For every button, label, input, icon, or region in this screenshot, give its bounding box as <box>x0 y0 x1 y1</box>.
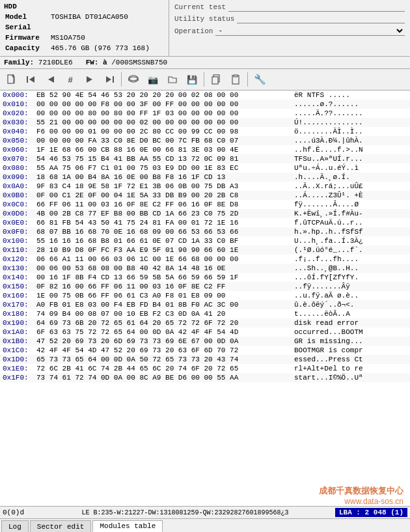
tools-button[interactable]: 🔧 <box>251 71 269 88</box>
hash-button[interactable]: # <box>61 71 79 88</box>
tab-sector-edit[interactable]: Sector edit <box>30 520 92 532</box>
hex-row: 0x050:00 00 00 00 FA 33 C0 8E D0 BC 00 7… <box>0 136 410 145</box>
hex-row: 0x1E0:72 6C 2B 41 6C 74 2B 44 65 6C 20 7… <box>0 364 410 373</box>
hex-ascii: ....ú3À.Ð¼.|ûhÀ. <box>290 136 407 145</box>
hex-bytes: 0F 00 C1 2E 0F 00 04 1E 5A 33 DB B9 00 2… <box>36 191 290 200</box>
last-sector-icon <box>104 74 115 85</box>
hex-row: 0x140:00 16 1F 8B F4 CD 13 66 59 5B 5A 6… <box>0 273 410 282</box>
hex-addr: 0x020: <box>3 109 36 118</box>
hex-bytes: A0 FB 01 E8 03 00 F4 EB FD B4 01 8B F0 A… <box>36 300 290 309</box>
new-button[interactable] <box>3 71 21 88</box>
save-button[interactable]: 💾 <box>183 71 201 88</box>
open-button[interactable] <box>163 71 182 88</box>
hex-addr: 0x170: <box>3 300 36 309</box>
hex-row: 0x170:A0 FB 01 E8 03 00 F4 EB FD B4 01 8… <box>0 300 410 309</box>
hex-addr: 0x010: <box>3 100 36 109</box>
hex-row: 0x010:00 00 00 00 00 F8 00 00 3F 00 FF 0… <box>0 100 410 109</box>
svg-marker-8 <box>106 76 111 83</box>
paste-button[interactable] <box>226 71 245 88</box>
hex-row: 0x180:74 09 B4 00 08 07 00 10 EB F2 C3 0… <box>0 309 410 318</box>
svg-rect-16 <box>234 75 238 77</box>
hex-ascii: .h....Ä.¸ø.Í. <box>290 173 407 182</box>
hex-row: 0x1A0:6F 63 63 75 72 72 65 64 00 0D 0A 4… <box>0 328 410 337</box>
hex-addr: 0x1D0: <box>3 355 36 364</box>
hex-bytes: 55 AA 75 06 F7 C1 01 00 75 03 E9 DD 00 1… <box>36 163 290 173</box>
camera-button[interactable]: 📷 <box>144 71 162 88</box>
hex-ascii: Ú!.............. <box>290 118 407 127</box>
hex-bytes: EB 52 90 4E 54 46 53 20 20 20 20 00 02 0… <box>36 91 290 100</box>
hex-row: 0x130:00 06 00 53 68 08 00 B8 40 42 8A 1… <box>0 264 410 273</box>
hex-ascii: ..Á.....Z3Û¹. +È <box>290 191 407 200</box>
hex-addr: 0x160: <box>3 291 36 300</box>
disk-button[interactable] <box>124 71 143 88</box>
last-sector-button[interactable] <box>100 71 118 88</box>
copy-icon <box>211 74 221 85</box>
hex-row: 0x070:54 46 53 75 15 B4 41 BB AA 55 CD 1… <box>0 154 410 163</box>
hex-ascii: start...I©%Ö..Uª <box>290 373 407 382</box>
hex-ascii: essed...Press Ct <box>290 355 407 364</box>
hex-addr: 0x080: <box>3 163 36 173</box>
hex-bytes: 4B 00 2B C8 77 EF B8 00 BB CD 1A 66 23 C… <box>36 209 290 218</box>
right-status-panel: Current test Utility status Operation - <box>169 0 410 56</box>
hex-ascii: ..u.fÿ.aÃ ø.è.. <box>290 291 407 300</box>
firmware-value: MS1OA750 <box>49 33 165 43</box>
hex-bytes: 54 46 53 75 15 B4 41 BB AA 55 CD 13 72 0… <box>36 154 290 163</box>
hex-bytes: 74 09 B4 00 08 07 00 10 EB F2 C3 0D 0A 4… <box>36 309 290 318</box>
hex-row: 0x100:55 16 16 16 68 B8 01 66 61 0E 07 C… <box>0 236 410 245</box>
bottom-tabs: LogSector editModules table <box>0 518 410 532</box>
tab-log[interactable]: Log <box>1 520 29 532</box>
hex-addr: 0x130: <box>3 264 36 273</box>
hex-addr: 0x120: <box>3 255 36 264</box>
prev-sector-icon <box>46 74 56 85</box>
utility-status-row: Utility status <box>174 14 405 23</box>
hex-addr: 0x0A0: <box>3 182 36 191</box>
new-icon <box>7 74 17 85</box>
hex-ascii: ..Ä..X.rá;...uÛ£ <box>290 182 407 191</box>
toolbar: # 📷 💾 🔧 <box>0 69 410 91</box>
top-info-panel: HDD Model TOSHIBA DT01ACA050 Serial Firm… <box>0 0 410 57</box>
hex-ascii: h.».hp..h..fSfSf <box>290 227 407 236</box>
hex-row: 0x000:EB 52 90 4E 54 46 53 20 20 20 20 0… <box>0 91 410 100</box>
hex-ascii: GR is missing... <box>290 337 407 346</box>
hex-bytes: F6 00 00 00 01 00 00 00 2C 80 CC 00 99 C… <box>36 127 290 136</box>
hex-addr: 0x000: <box>3 91 36 100</box>
hex-addr: 0x1E0: <box>3 364 36 373</box>
hex-addr: 0x110: <box>3 245 36 255</box>
hex-row: 0x0A0:9F 83 C4 18 9E 58 1F 72 E1 3B 06 0… <box>0 182 410 191</box>
hex-bytes: 1E 00 75 0B 66 FF 06 61 C3 A0 F8 01 E8 0… <box>36 291 290 300</box>
hex-ascii: K.+Èwï¸.»Í.f#Àu- <box>290 209 407 218</box>
operation-select[interactable]: - <box>215 26 405 35</box>
hex-row: 0x110:28 10 B9 D8 0F FC F3 AA E9 5F 01 9… <box>0 245 410 255</box>
prev-sector-button[interactable] <box>42 71 60 88</box>
hex-addr: 0x030: <box>3 118 36 127</box>
copy-button[interactable] <box>207 71 225 88</box>
hex-bytes: 65 73 73 65 64 00 0D 0A 50 72 65 73 73 2… <box>36 355 290 364</box>
next-sector-button[interactable] <box>81 71 99 88</box>
hex-addr: 0x100: <box>3 236 36 245</box>
status-lba: LBA : 2 048 (1) <box>335 508 407 517</box>
status-bar: 0(0)d LE B:235-W:21227-DW:1318081259-QW:… <box>0 506 410 518</box>
hex-bytes: 1F 1E 68 66 00 CB 88 16 0E 00 66 81 3E 0… <box>36 145 290 154</box>
hex-bytes: 18 68 1A 00 B4 8A 16 0E 00 B8 F8 16 1F C… <box>36 173 290 182</box>
first-sector-button[interactable] <box>22 71 40 88</box>
operation-label: Operation <box>174 27 213 35</box>
hex-row: 0x0B0:0F 00 C1 2E 0F 00 04 1E 5A 33 DB B… <box>0 191 410 200</box>
hex-bytes: 55 21 00 00 00 00 00 00 02 00 00 00 00 0… <box>36 118 290 127</box>
hex-bytes: 00 00 00 00 80 00 80 00 FF 1F 03 00 00 0… <box>36 109 290 118</box>
hex-row: 0x190:64 69 73 6B 20 72 65 61 64 20 65 7… <box>0 318 410 328</box>
tab-modules-table[interactable]: Modules table <box>92 520 163 532</box>
current-test-value <box>228 3 405 12</box>
hex-row: 0x020:00 00 00 00 80 00 80 00 FF 1F 03 0… <box>0 109 410 118</box>
hex-view[interactable]: 0x000:EB 52 90 4E 54 46 53 20 20 20 20 0… <box>0 91 410 382</box>
current-test-row: Current test <box>174 3 405 12</box>
operation-row: Operation - <box>174 26 405 36</box>
hex-ascii: f.ûTCPAuÄ.ú..r.. <box>290 218 407 227</box>
hex-bytes: 66 81 FB 54 43 50 41 75 24 81 FA 00 01 7… <box>36 218 290 227</box>
operation-value: - <box>215 26 405 36</box>
hex-row: 0x0C0:66 FF 06 11 00 03 16 0F 8E C2 FF 0… <box>0 200 410 209</box>
svg-marker-5 <box>48 76 54 83</box>
hex-row: 0x1D0:65 73 73 65 64 00 0D 0A 50 72 65 7… <box>0 355 410 364</box>
hex-bytes: 6F 63 63 75 72 72 65 64 00 0D 0A 42 4F 4… <box>36 328 290 337</box>
hex-ascii: disk read error <box>290 318 407 328</box>
hex-addr: 0x140: <box>3 273 36 282</box>
